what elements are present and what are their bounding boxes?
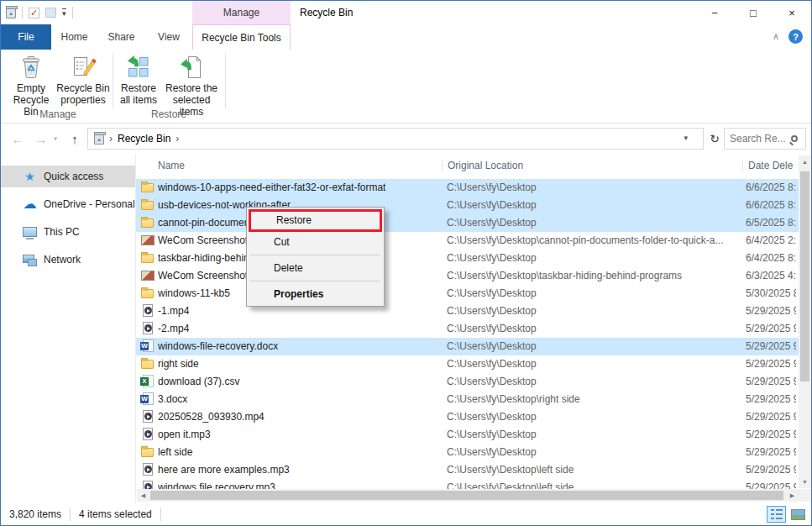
horizontal-scrollbar-thumb[interactable] — [150, 491, 783, 500]
details-view-button[interactable] — [767, 506, 786, 523]
file-row-download-37-csv[interactable]: download (37).csvC:\Users\fy\Desktop5/29… — [136, 373, 799, 391]
file-row-2-mp4[interactable]: -2.mp4C:\Users\fy\Desktop5/29/2025 9 — [136, 320, 799, 338]
minimize-button[interactable]: − — [695, 1, 734, 25]
search-input[interactable]: Search Re... — [724, 128, 806, 150]
scrollbar-corner — [799, 489, 811, 502]
file-row-windows-11-kb5[interactable]: windows-11-kb5C:\Users\fy\Desktop5/30/20… — [136, 285, 799, 302]
sidebar-item-network[interactable]: Network — [1, 249, 135, 271]
file-row-windows-file-recovery-mp3[interactable]: windows file recovery.mp3C:\Users\fy\Des… — [136, 479, 799, 489]
restore-all-items-icon — [125, 54, 152, 81]
address-bar[interactable]: › Recycle Bin › ▾ — [87, 128, 704, 150]
tab-recycle-bin-tools[interactable]: Recycle Bin Tools — [192, 24, 291, 50]
recycle-bin-properties-button[interactable]: Recycle Bin properties — [56, 52, 110, 116]
scroll-up-icon[interactable]: ▲ — [799, 155, 811, 168]
address-dropdown-icon[interactable]: ▾ — [684, 134, 688, 142]
word-file-icon — [143, 392, 154, 405]
file-date-deleted: 6/4/2025 2: — [746, 234, 796, 246]
file-row-20250528-093930-mp4[interactable]: 20250528_093930.mp4C:\Users\fy\Desktop5/… — [136, 408, 799, 426]
button-label: Restore all items — [117, 82, 160, 106]
file-date-deleted: 5/29/2025 9 — [746, 464, 796, 476]
file-name: 3.docx — [158, 393, 442, 405]
label-line: properties — [60, 94, 105, 106]
refresh-icon[interactable]: ↻ — [706, 128, 723, 150]
search-icon[interactable] — [791, 135, 798, 142]
file-row-1-mp4[interactable]: -1.mp4C:\Users\fy\Desktop5/29/2025 9 — [136, 302, 799, 320]
checkmark-icon[interactable] — [29, 8, 39, 18]
file-original-location: C:\Users\fy\Desktop — [447, 252, 739, 264]
file-original-location: C:\Users\fy\Desktop — [447, 199, 739, 211]
breadcrumb-recycle-bin[interactable]: Recycle Bin — [118, 133, 170, 145]
file-row-here-are-more-examples-mp3[interactable]: here are more examples.mp3C:\Users\fy\De… — [136, 461, 799, 479]
forward-icon[interactable]: → — [31, 129, 51, 149]
restore-selected-items-icon — [178, 54, 205, 81]
scroll-right-icon[interactable]: ▶ — [786, 489, 799, 502]
column-header-date-deleted[interactable]: Date Deleted — [742, 160, 793, 171]
label-line: all items — [120, 94, 157, 106]
close-button[interactable]: × — [773, 1, 811, 25]
vertical-scrollbar-thumb[interactable] — [800, 171, 809, 381]
status-divider — [160, 508, 161, 521]
media-file-icon — [143, 304, 153, 317]
restore-selected-items-button[interactable]: Restore the selected items — [162, 52, 221, 116]
large-icons-view-button[interactable] — [788, 506, 808, 523]
file-row-right-side[interactable]: right sideC:\Users\fy\Desktop5/29/2025 9 — [136, 355, 799, 373]
context-menu-item-properties[interactable]: Properties — [249, 284, 382, 304]
file-date-deleted: 6/6/2025 8: — [746, 199, 796, 211]
maximize-button[interactable]: □ — [734, 1, 773, 25]
file-date-deleted: 5/29/2025 9 — [746, 323, 796, 334]
sidebar-item-this-pc[interactable]: This PC — [1, 221, 135, 243]
file-row-usb-devices-not-working-after[interactable]: usb-devices-not-working-afterC:\Users\fy… — [136, 197, 799, 214]
file-row-windows-file-recovery-docx[interactable]: windows-file-recovery.docxC:\Users\fy\De… — [136, 338, 799, 355]
file-row-cannot-pin-documents-folder-to-quick-access[interactable]: cannot-pin-documents-folder-to-quick-acc… — [136, 214, 799, 232]
help-icon[interactable]: ? — [788, 29, 803, 44]
tab-share[interactable]: Share — [97, 24, 145, 50]
file-row-windows-10-apps-need-either-fat32-or-exfat-format[interactable]: windows-10-apps-need-either-fat32-or-exf… — [136, 179, 799, 197]
breadcrumb-chevron-icon[interactable]: › — [109, 133, 113, 145]
restore-all-items-button[interactable]: Restore all items — [117, 52, 160, 116]
empty-recycle-bin-icon — [18, 54, 45, 81]
file-row-wecom-screenshot[interactable]: WeCom ScreenshotC:\Users\fy\Desktop\task… — [136, 267, 799, 285]
media-file-icon — [143, 410, 153, 423]
empty-recycle-bin-button[interactable]: Empty Recycle Bin — [6, 52, 56, 116]
ribbon-group-manage: Manage — [6, 108, 110, 122]
file-row-3-docx[interactable]: 3.docxC:\Users\fy\Desktop\right side5/29… — [136, 391, 799, 408]
column-header-name[interactable]: Name — [158, 160, 435, 171]
file-original-location: C:\Users\fy\Desktop\right side — [447, 393, 739, 405]
context-menu-item-cut[interactable]: Cut — [249, 232, 382, 252]
toolbar-separator — [72, 7, 73, 18]
navigation-bar: ← → ▾ ↑ › Recycle Bin › ▾ ↻ Search Re... — [1, 124, 811, 154]
file-row-taskbar-hiding-behind-programs[interactable]: taskbar-hiding-behind-programsC:\Users\f… — [136, 250, 799, 267]
scroll-down-icon[interactable]: ▼ — [799, 476, 811, 488]
file-row-open-it-mp3[interactable]: open it.mp3C:\Users\fy\Desktop5/29/2025 … — [136, 426, 799, 444]
file-list: windows-10-apps-need-either-fat32-or-exf… — [136, 179, 799, 489]
file-name: -2.mp4 — [158, 323, 442, 334]
folder-file-icon — [141, 218, 154, 228]
tab-home[interactable]: Home — [51, 24, 97, 50]
tab-file[interactable]: File — [1, 24, 51, 50]
history-dropdown-icon[interactable]: ▾ — [50, 129, 61, 149]
column-header-original-location[interactable]: Original Location — [442, 160, 727, 171]
media-file-icon — [143, 463, 153, 476]
context-menu-item-delete[interactable]: Delete — [249, 258, 382, 278]
breadcrumb-chevron-icon[interactable]: › — [175, 133, 179, 145]
minimize-ribbon-icon[interactable]: ∧ — [773, 31, 779, 42]
up-icon[interactable]: ↑ — [65, 129, 85, 149]
file-date-deleted: 5/29/2025 9 — [746, 376, 796, 387]
file-row-left-side[interactable]: left sideC:\Users\fy\Desktop5/29/2025 9 — [136, 444, 799, 461]
tab-view[interactable]: View — [145, 24, 192, 50]
sidebar-item-quick-access[interactable]: Quick access — [1, 166, 135, 187]
vertical-scrollbar[interactable]: ▲ ▼ — [799, 155, 811, 488]
horizontal-scrollbar[interactable]: ◀ ▶ — [137, 489, 799, 502]
customize-quick-access-dropdown-icon[interactable]: ▾ — [62, 8, 66, 17]
back-icon[interactable]: ← — [8, 129, 28, 149]
file-name: 20250528_093930.mp4 — [158, 411, 442, 423]
folder-file-icon — [141, 360, 154, 369]
folder-icon[interactable] — [45, 8, 56, 18]
ribbon: Empty Recycle Bin Recycle Bin properties… — [1, 50, 811, 124]
file-original-location: C:\Users\fy\Desktop — [447, 376, 739, 387]
sidebar-item-onedrive-personal[interactable]: OneDrive - Personal — [1, 193, 135, 215]
context-menu-item-restore[interactable]: Restore — [249, 209, 382, 232]
scroll-left-icon[interactable]: ◀ — [137, 489, 149, 502]
file-row-wecom-screenshot[interactable]: WeCom ScreenshotC:\Users\fy\Desktop\cann… — [136, 232, 799, 250]
file-original-location: C:\Users\fy\Desktop — [447, 411, 739, 423]
